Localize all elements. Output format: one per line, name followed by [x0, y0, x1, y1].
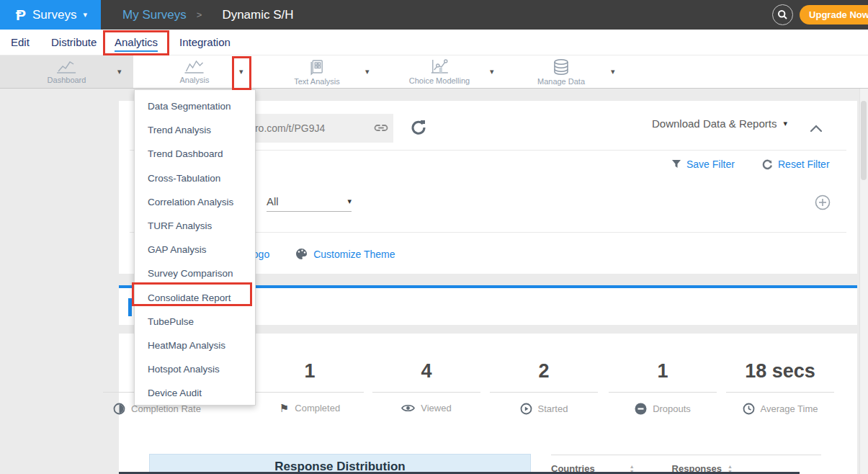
- toolbar-manage-data[interactable]: Manage Data ▾: [501, 55, 622, 88]
- stat-viewed: 4 Viewed: [369, 360, 484, 413]
- all-filter-caret-icon: ▾: [347, 197, 352, 205]
- analytics-toolbar: Dashboard ▾ Analysis ▾ Text Analy: [0, 55, 868, 89]
- customize-theme-link[interactable]: Customize Theme: [313, 249, 395, 260]
- minus-circle-icon: [635, 403, 647, 415]
- menu-item-gap-analysis[interactable]: GAP Analysis: [135, 238, 255, 261]
- text-analysis-caret-icon[interactable]: ▾: [365, 67, 370, 76]
- menu-item-data-segmentation[interactable]: Data Segmentation: [135, 94, 255, 118]
- stat-value: 1: [304, 360, 315, 386]
- menu-item-consolidate-report[interactable]: Consolidate Report: [135, 286, 255, 310]
- toolbar-analysis[interactable]: Analysis ▾: [133, 55, 256, 88]
- menu-item-device-audit[interactable]: Device Audit: [135, 381, 255, 405]
- tab-analytics[interactable]: Analytics: [115, 36, 158, 52]
- survey-settings-icon[interactable]: [409, 119, 426, 136]
- palette-icon: [295, 248, 308, 260]
- scrollbar-thumb[interactable]: [861, 101, 867, 180]
- menu-item-turf-analysis[interactable]: TURF Analysis: [135, 214, 255, 238]
- text-analysis-icon: [308, 58, 326, 76]
- toolbar-text-analysis[interactable]: Text Analysis ▾: [256, 55, 378, 88]
- analysis-caret-icon[interactable]: ▾: [239, 67, 243, 76]
- manage-data-database-icon: [552, 58, 571, 76]
- stat-completed: 1 ⚑ Completed: [252, 360, 367, 413]
- search-button[interactable]: [772, 4, 793, 25]
- download-data-reports-label: Download Data & Reports: [652, 117, 777, 130]
- menu-item-cross-tabulation[interactable]: Cross-Tabulation: [135, 166, 255, 190]
- stat-value: 18 secs: [745, 360, 815, 386]
- menu-item-survey-comparison[interactable]: Survey Comparison: [135, 261, 255, 285]
- reset-filter-label: Reset Filter: [778, 158, 830, 170]
- analysis-chart-icon: [184, 58, 205, 74]
- stat-value: 4: [421, 360, 431, 386]
- countries-table-header: Countries ▲▼ Responses ▲▼: [551, 455, 821, 474]
- save-filter-label: Save Filter: [686, 158, 735, 170]
- choice-modelling-caret-icon[interactable]: ▾: [490, 67, 494, 76]
- stat-label: Dropouts: [653, 403, 691, 414]
- search-icon: [777, 9, 788, 20]
- collapse-chevron-up-icon[interactable]: [810, 124, 823, 133]
- stat-label: Viewed: [421, 403, 451, 413]
- menu-item-tubepulse[interactable]: TubePulse: [135, 310, 255, 334]
- stat-started: 2 Started: [486, 360, 601, 415]
- breadcrumb-separator-icon: >: [197, 9, 202, 20]
- dashboard-caret-icon[interactable]: ▾: [117, 67, 122, 76]
- refresh-icon: [762, 159, 773, 170]
- dashboard-chart-icon: [55, 58, 77, 74]
- stat-label: Average Time: [761, 403, 818, 414]
- link-icon[interactable]: [373, 121, 389, 135]
- analysis-dropdown-menu: Data Segmentation Trend Analysis Trend D…: [134, 89, 256, 406]
- download-caret-icon: ▾: [783, 120, 787, 128]
- tab-integration[interactable]: Integration: [179, 36, 231, 48]
- choice-modelling-icon: [429, 58, 449, 75]
- flag-icon: ⚑: [279, 403, 289, 413]
- upgrade-now-button[interactable]: Upgrade Now: [800, 5, 868, 24]
- toolbar-manage-data-label: Manage Data: [537, 77, 585, 86]
- toolbar-choice-modelling[interactable]: Choice Modelling ▾: [378, 55, 501, 88]
- clock-icon: [743, 403, 755, 415]
- stat-dropouts: 1 Dropouts: [605, 360, 720, 415]
- completion-rate-icon: [113, 403, 125, 415]
- funnel-icon: [671, 159, 681, 169]
- stat-value: 2: [538, 360, 549, 386]
- breadcrumb-my-surveys[interactable]: My Surveys: [122, 8, 187, 22]
- toolbar-choice-modelling-label: Choice Modelling: [409, 76, 470, 85]
- breadcrumb-current-survey: Dynamic S/H: [222, 8, 293, 22]
- app-menu-label: Surveys: [32, 8, 76, 22]
- toolbar-dashboard[interactable]: Dashboard ▾: [0, 55, 133, 88]
- tab-distribute[interactable]: Distribute: [51, 36, 97, 48]
- questionpro-logo-icon: Ᵽ: [16, 6, 26, 24]
- eye-icon: [401, 403, 415, 413]
- survey-nav-tabs: Edit Distribute Analytics Integration: [0, 30, 868, 55]
- response-distribution-header: Response Distribution: [149, 454, 531, 474]
- all-filter-dropdown[interactable]: All ▾: [267, 192, 352, 212]
- menu-item-trend-analysis[interactable]: Trend Analysis: [135, 118, 255, 142]
- toolbar-dashboard-label: Dashboard: [48, 76, 86, 84]
- menu-item-correlation-analysis[interactable]: Correlation Analysis: [135, 190, 255, 214]
- stat-label: Started: [538, 403, 568, 414]
- section-accent-bar: [128, 298, 132, 316]
- stat-value: 1: [657, 360, 668, 386]
- screen: Ᵽ Surveys ▾ My Surveys > Dynamic S/H Upg…: [0, 0, 868, 474]
- add-filter-plus-icon[interactable]: [815, 194, 831, 210]
- toolbar-text-analysis-label: Text Analysis: [294, 77, 340, 86]
- save-filter-button[interactable]: Save Filter: [671, 158, 735, 170]
- surveys-app-menu[interactable]: Ᵽ Surveys ▾: [0, 0, 101, 30]
- toolbar-analysis-label: Analysis: [180, 76, 210, 84]
- play-circle-icon: [520, 403, 532, 415]
- tab-edit[interactable]: Edit: [11, 36, 30, 48]
- manage-data-caret-icon[interactable]: ▾: [611, 67, 615, 76]
- stat-average-time: 18 secs Average Time: [722, 360, 838, 415]
- reset-filter-button[interactable]: Reset Filter: [762, 158, 830, 170]
- top-bar: My Surveys > Dynamic S/H: [101, 0, 868, 30]
- menu-item-hotspot-analysis[interactable]: Hotspot Analysis: [135, 357, 255, 381]
- all-filter-value: All: [267, 195, 279, 207]
- menu-item-heatmap-analysis[interactable]: HeatMap Analysis: [135, 334, 255, 357]
- menu-item-trend-dashboard[interactable]: Trend Dashboard: [135, 142, 255, 166]
- stat-label: Completed: [295, 403, 340, 413]
- chevron-down-icon: ▾: [83, 11, 87, 19]
- download-data-reports-menu[interactable]: Download Data & Reports ▾: [652, 117, 787, 130]
